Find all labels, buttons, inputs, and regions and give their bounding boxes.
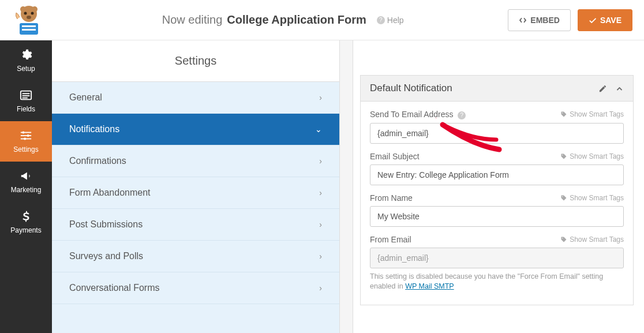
help-link[interactable]: ? Help — [375, 16, 404, 25]
svg-point-17 — [27, 134, 29, 137]
settings-item-label: Notifications — [69, 124, 119, 134]
smart-tags-label: Show Smart Tags — [570, 235, 624, 244]
from-email-note: This setting is disabled because you hav… — [370, 272, 624, 292]
settings-item-surveys-polls[interactable]: Surveys and Polls › — [52, 241, 339, 272]
nav-marketing[interactable]: Marketing — [0, 162, 52, 202]
subject-input[interactable] — [370, 164, 624, 185]
settings-item-label: Surveys and Polls — [69, 251, 143, 261]
nav-setup[interactable]: Setup — [0, 40, 52, 81]
nav-settings-label: Settings — [13, 145, 38, 154]
field-label-row: From Email Show Smart Tags — [370, 235, 624, 244]
svg-rect-8 — [22, 29, 36, 31]
nav-payments[interactable]: Payments — [0, 202, 52, 242]
svg-rect-12 — [23, 98, 28, 99]
gear-icon — [20, 48, 32, 61]
from-email-input — [370, 248, 624, 268]
field-label-row: From Name Show Smart Tags — [370, 193, 624, 203]
settings-item-label: Conversational Forms — [69, 283, 160, 293]
svg-point-3 — [24, 12, 27, 14]
embed-button[interactable]: EMBED — [508, 9, 571, 31]
smart-tags-toggle[interactable]: Show Smart Tags — [560, 110, 624, 118]
smart-tags-toggle[interactable]: Show Smart Tags — [560, 235, 624, 244]
card-title: Default Notification — [370, 83, 452, 94]
top-actions: EMBED SAVE — [508, 9, 632, 31]
svg-rect-14 — [21, 135, 31, 136]
chevron-right-icon: › — [319, 188, 322, 197]
svg-point-1 — [20, 6, 26, 12]
chevron-right-icon: › — [319, 283, 322, 293]
tag-icon — [560, 153, 567, 160]
bullhorn-icon — [20, 170, 32, 182]
field-label-row: Send To Email Address ? Show Smart Tags — [370, 110, 624, 119]
smart-tags-label: Show Smart Tags — [570, 110, 624, 118]
svg-point-18 — [24, 137, 26, 140]
help-text: Help — [387, 16, 404, 25]
settings-item-post-submissions[interactable]: Post Submissions › — [52, 209, 339, 241]
topbar: Now editing College Application Form ? H… — [0, 0, 644, 40]
field-from-name: From Name Show Smart Tags — [370, 193, 624, 227]
send-to-label: Send To Email Address — [370, 110, 454, 119]
editing-label: Now editing College Application Form ? H… — [58, 13, 508, 27]
chevron-down-icon: ⌄ — [315, 125, 322, 134]
chevron-up-icon[interactable] — [615, 84, 624, 93]
settings-item-conversational-forms[interactable]: Conversational Forms › — [52, 272, 339, 304]
nav-payments-label: Payments — [10, 226, 41, 234]
main-area: Setup Fields Settings Marketing Payments… — [0, 40, 644, 333]
settings-item-notifications[interactable]: Notifications ⌄ — [52, 114, 339, 145]
nav-fields-label: Fields — [17, 105, 35, 113]
app-logo — [12, 5, 46, 36]
settings-item-label: General — [69, 92, 102, 103]
settings-list: General › Notifications ⌄ Confirmations … — [52, 82, 339, 333]
save-label: SAVE — [600, 16, 621, 25]
subject-label: Email Subject — [370, 152, 420, 161]
field-subject: Email Subject Show Smart Tags — [370, 152, 624, 185]
settings-title: Settings — [52, 40, 339, 82]
nav-marketing-label: Marketing — [11, 186, 42, 194]
embed-label: EMBED — [530, 16, 560, 25]
settings-item-label: Form Abandonment — [69, 188, 151, 198]
svg-rect-7 — [22, 25, 36, 27]
list-icon — [20, 89, 32, 102]
column-divider — [339, 40, 353, 333]
field-label-row: Email Subject Show Smart Tags — [370, 152, 624, 161]
from-name-input[interactable] — [370, 206, 624, 227]
now-editing-prefix: Now editing — [162, 13, 223, 27]
nav-settings[interactable]: Settings — [0, 121, 52, 162]
nav-fields[interactable]: Fields — [0, 81, 52, 121]
chevron-right-icon: › — [319, 220, 322, 229]
tag-icon — [560, 236, 567, 243]
svg-point-16 — [22, 131, 24, 133]
help-icon[interactable]: ? — [458, 111, 466, 119]
card-header: Default Notification — [361, 76, 633, 102]
smart-tags-toggle[interactable]: Show Smart Tags — [560, 152, 624, 160]
svg-rect-11 — [23, 95, 30, 96]
dollar-icon — [20, 210, 32, 223]
svg-point-2 — [32, 6, 38, 12]
smart-tags-toggle[interactable]: Show Smart Tags — [560, 194, 624, 202]
pencil-icon[interactable] — [598, 84, 607, 93]
card-actions — [598, 84, 624, 93]
card-body: Send To Email Address ? Show Smart Tags — [361, 102, 633, 305]
field-send-to: Send To Email Address ? Show Smart Tags — [370, 110, 624, 144]
check-icon — [589, 16, 597, 24]
chevron-right-icon: › — [319, 93, 322, 102]
smart-tags-label: Show Smart Tags — [570, 152, 624, 160]
save-button[interactable]: SAVE — [578, 9, 632, 31]
left-nav: Setup Fields Settings Marketing Payments — [0, 40, 52, 333]
code-icon — [519, 16, 527, 24]
tag-icon — [560, 194, 567, 201]
sliders-icon — [20, 129, 32, 142]
send-to-input[interactable] — [370, 123, 624, 144]
chevron-right-icon: › — [319, 156, 322, 166]
smart-tags-label: Show Smart Tags — [570, 194, 624, 202]
settings-item-general[interactable]: General › — [52, 82, 339, 114]
from-name-label: From Name — [370, 193, 413, 203]
settings-item-confirmations[interactable]: Confirmations › — [52, 145, 339, 177]
settings-item-form-abandonment[interactable]: Form Abandonment › — [52, 177, 339, 209]
field-from-email: From Email Show Smart Tags This setting … — [370, 235, 624, 292]
content-column: Default Notification Send To Email Addre… — [353, 40, 644, 333]
nav-setup-label: Setup — [17, 65, 35, 73]
help-icon: ? — [377, 16, 385, 24]
settings-item-label: Confirmations — [69, 156, 126, 166]
wp-mail-smtp-link[interactable]: WP Mail SMTP — [405, 282, 454, 290]
